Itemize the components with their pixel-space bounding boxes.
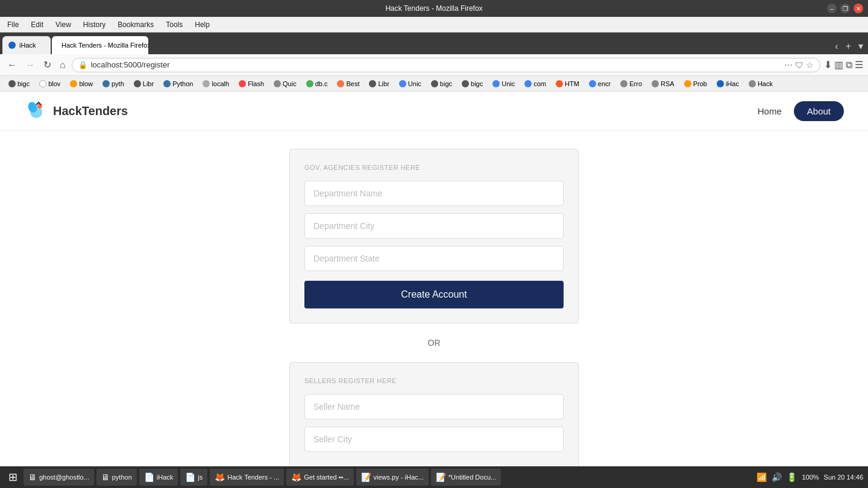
tab-favicon-ihack <box>8 42 16 49</box>
close-button[interactable]: ✕ <box>854 4 863 13</box>
bookmark-hack[interactable]: Hack <box>745 79 776 89</box>
bookmark-favicon <box>337 80 344 87</box>
menu-tools[interactable]: Tools <box>163 19 185 30</box>
battery-icon[interactable]: 🔋 <box>787 472 797 482</box>
taskbar-app-firefox2[interactable]: 🦊 Get started ••... <box>286 469 353 486</box>
brand: HackTenders <box>24 99 128 123</box>
menu-file[interactable]: File <box>5 19 21 30</box>
seller-name-input[interactable] <box>304 394 564 419</box>
bookmark-libr2[interactable]: Libr <box>365 79 392 89</box>
menu-view[interactable]: View <box>53 19 74 30</box>
bookmark-encr[interactable]: encr <box>585 79 614 89</box>
bookmark-bigc2[interactable]: bigc <box>427 79 456 89</box>
js-icon: 📄 <box>185 472 195 482</box>
network-icon[interactable]: 📶 <box>756 472 767 482</box>
tab-hacktenders[interactable]: Hack Tenders - Mozilla Firefox ✕ <box>52 36 148 54</box>
taskbar-app-ghost[interactable]: 🖥 ghost@ghostlo... <box>24 469 94 486</box>
taskbar-app-js[interactable]: 📄 js <box>180 469 207 486</box>
taskbar-app-python[interactable]: 🖥 python <box>96 469 137 486</box>
bookmark-blov[interactable]: blov <box>36 79 64 89</box>
sidebar-icon[interactable]: ▥ <box>834 59 843 70</box>
bookmark-rsa[interactable]: RSA <box>648 79 678 89</box>
addr-right-icons: ⋯ 🛡 ☆ <box>784 60 814 70</box>
bookmark-libr1[interactable]: Libr <box>130 79 157 89</box>
bookmark-unic2[interactable]: Unic <box>489 79 518 89</box>
taskbar-app-editor1[interactable]: 📝 views.py - iHac... <box>356 469 429 486</box>
bookmark-bigc[interactable]: bigc <box>5 79 33 89</box>
bookmark-favicon <box>399 80 406 87</box>
seller-section-label: SELLERS REGISTER HERE <box>304 377 564 384</box>
tab-list-icon[interactable]: ▾ <box>856 39 866 53</box>
taskbar-app-label-js: js <box>198 474 203 481</box>
forward-button[interactable]: → <box>23 58 37 72</box>
title-bar: Hack Tenders - Mozilla Firefox – ❐ ✕ <box>0 0 868 17</box>
menu-help[interactable]: Help <box>192 19 212 30</box>
bookmark-erro[interactable]: Erro <box>617 79 646 89</box>
sound-icon[interactable]: 🔊 <box>772 472 782 482</box>
bookmark-flash[interactable]: Flash <box>235 79 268 89</box>
bookmark-quic[interactable]: Quic <box>270 79 300 89</box>
bookmark-favicon <box>684 80 691 87</box>
tab-new-icon[interactable]: + <box>843 40 854 53</box>
tabs-icon[interactable]: ⧉ <box>846 60 852 70</box>
bookmark-com[interactable]: com <box>521 79 550 89</box>
bookmark-pyth[interactable]: pyth <box>99 79 128 89</box>
minimize-button[interactable]: – <box>827 4 837 13</box>
bookmark-bigc3[interactable]: bigc <box>458 79 486 89</box>
address-input[interactable] <box>91 60 781 69</box>
bookmark-local[interactable]: localh <box>199 79 233 89</box>
bookmark-htm[interactable]: HTM <box>552 79 583 89</box>
bookmark-unic1[interactable]: Unic <box>395 79 425 89</box>
address-input-wrapper: 🔒 ⋯ 🛡 ☆ <box>72 58 820 72</box>
create-account-button[interactable]: Create Account <box>304 281 564 308</box>
bookmarks-bar: bigc blov blow pyth Libr Python localh F… <box>0 76 868 92</box>
bookmark-favicon <box>102 80 110 87</box>
file-icon: 📄 <box>144 472 154 482</box>
download-icon[interactable]: ⬇ <box>824 59 832 70</box>
bookmark-best[interactable]: Best <box>333 79 363 89</box>
bookmark-favicon <box>203 80 210 87</box>
bookmark-favicon <box>70 80 77 87</box>
toolbar-right: ⬇ ▥ ⧉ ☰ <box>824 59 863 70</box>
tab-prev-icon[interactable]: ‹ <box>832 40 840 53</box>
taskbar-app-label-ghost: ghost@ghostlo... <box>39 474 89 481</box>
taskbar-right: 📶 🔊 🔋 100% Sun 20 14:46 <box>756 472 863 482</box>
tab-ihack[interactable]: iHack <box>2 36 51 54</box>
bookmark-favicon <box>589 80 596 87</box>
taskbar-app-label-editor2: *Untitled Docu... <box>448 474 496 481</box>
menu-icon[interactable]: ☰ <box>855 59 863 70</box>
main-content: GOV. AGENCIES REGISTER HERE Create Accou… <box>0 131 868 486</box>
bookmark-db[interactable]: db.c <box>303 79 332 89</box>
home-link[interactable]: Home <box>758 106 782 116</box>
dept-name-input[interactable] <box>304 181 564 206</box>
seller-city-input[interactable] <box>304 427 564 452</box>
back-button[interactable]: ← <box>5 58 19 72</box>
apps-grid-button[interactable]: ⊞ <box>5 468 21 486</box>
bookmark-favicon <box>369 80 376 87</box>
bookmark-prob[interactable]: Prob <box>681 79 711 89</box>
bookmark-star-icon[interactable]: ☆ <box>806 60 814 70</box>
navbar: HackTenders Home About <box>0 92 868 131</box>
reload-button[interactable]: ↻ <box>41 58 54 72</box>
address-bar: ← → ↻ ⌂ 🔒 ⋯ 🛡 ☆ ⬇ ▥ ⧉ ☰ <box>0 54 868 76</box>
taskbar-app-editor2[interactable]: 📝 *Untitled Docu... <box>431 469 501 486</box>
tabs-right: ‹ + ▾ <box>832 39 866 54</box>
menu-history[interactable]: History <box>81 19 108 30</box>
home-button[interactable]: ⌂ <box>57 58 68 72</box>
bookmark-favicon <box>306 80 313 87</box>
menu-bookmarks[interactable]: Bookmarks <box>115 19 156 30</box>
bookmark-blow[interactable]: blow <box>66 79 96 89</box>
dept-state-input[interactable] <box>304 246 564 271</box>
app-content: HackTenders Home About GOV. AGENCIES REG… <box>0 92 868 486</box>
taskbar-app-ihack[interactable]: 📄 iHack <box>139 469 178 486</box>
about-button[interactable]: About <box>794 101 844 121</box>
reader-mode-icon[interactable]: ⋯ <box>784 60 793 70</box>
dept-city-input[interactable] <box>304 213 564 239</box>
bookmark-ihac[interactable]: iHac <box>713 79 743 89</box>
taskbar-app-firefox1[interactable]: 🦊 Hack Tenders - ... <box>210 469 284 486</box>
maximize-button[interactable]: ❐ <box>840 4 850 13</box>
bookmark-favicon <box>239 80 246 87</box>
bookmark-python[interactable]: Python <box>160 79 197 89</box>
menu-edit[interactable]: Edit <box>28 19 46 30</box>
pocket-icon[interactable]: 🛡 <box>795 60 804 70</box>
